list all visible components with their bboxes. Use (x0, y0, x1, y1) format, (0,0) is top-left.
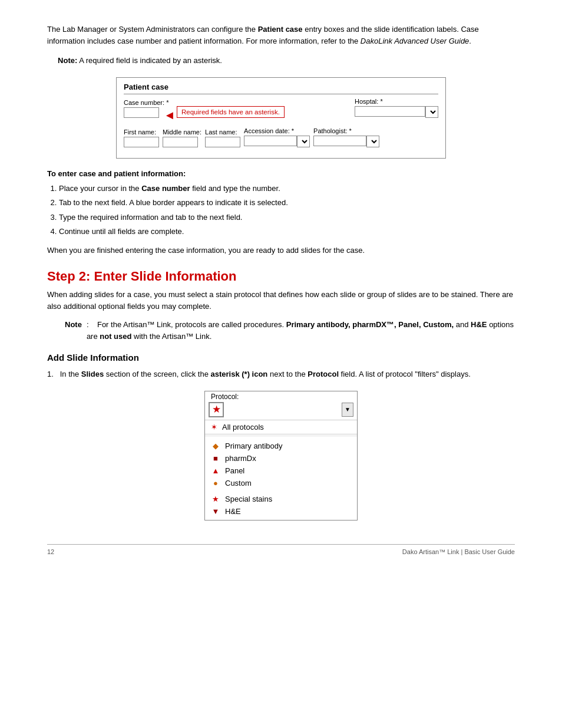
patient-case-row1: Case number: * ◄ Required fields have an… (124, 98, 438, 118)
enter-case-heading-text: To enter case and patient information: (47, 169, 186, 178)
protocol-items-list: ◆ Primary antibody ■ pharmDx ▲ Panel ● C… (205, 437, 357, 520)
tooltip-callout: Required fields have an asterisk. (177, 106, 285, 118)
accession-date-input[interactable] (244, 136, 297, 146)
protocol-item-special-stains[interactable]: ★ Special stains (205, 493, 357, 505)
accession-date-label: Accession date: * (244, 127, 310, 134)
hne-label: H&E (225, 507, 241, 516)
step2-note: Note : For the Artisan™ Link, protocols … (65, 319, 515, 342)
protocol-divider1 (205, 436, 357, 436)
protocol-label: Protocol: (205, 391, 357, 401)
page-footer: 12 Dako Artisan™ Link | Basic User Guide (47, 544, 515, 555)
patient-case-box: Patient case Case number: * ◄ Required f… (116, 77, 446, 159)
custom-icon: ● (211, 479, 220, 487)
case-number-label: Case number: * (124, 99, 168, 106)
pharmdx-label: pharmDx (225, 454, 256, 463)
last-name-group: Last name: (205, 129, 240, 147)
protocol-box: Protocol: ★ ▼ ✶ All protocols ◆ Primary … (204, 391, 358, 521)
pathologist-select[interactable] (366, 136, 379, 147)
first-name-input[interactable] (124, 137, 159, 147)
pathologist-group: Pathologist: * (313, 127, 379, 147)
all-protocols-icon: ✶ (211, 423, 217, 431)
intro-text1: The Lab Manager or System Administrators… (47, 25, 258, 34)
protocol-dropdown-button[interactable]: ▼ (342, 403, 353, 417)
step-4: Continue until all fields are complete. (59, 226, 515, 238)
middle-name-label: Middle name: (163, 129, 201, 136)
intro-bold1: Patient case (258, 25, 303, 34)
add-slide-heading: Add Slide Information (47, 353, 515, 363)
protocol-item-pharmdx[interactable]: ■ pharmDx (205, 452, 357, 465)
protocol-item-custom[interactable]: ● Custom (205, 477, 357, 489)
protocol-item-panel[interactable]: ▲ Panel (205, 465, 357, 477)
protocol-header-row: ★ ▼ (205, 401, 357, 420)
footer-page: 12 (47, 548, 54, 555)
protocol-container: Protocol: ★ ▼ ✶ All protocols ◆ Primary … (47, 391, 515, 521)
hospital-select[interactable] (425, 106, 438, 118)
steps-list: Place your cursor in the Case number fie… (59, 183, 515, 238)
primary-antibody-label: Primary antibody (225, 442, 283, 450)
hospital-input[interactable] (355, 106, 425, 117)
protocol-item-hne[interactable]: ▼ H&E (205, 505, 357, 518)
last-name-input[interactable] (205, 137, 240, 147)
primary-antibody-icon: ◆ (211, 442, 220, 450)
special-stains-icon: ★ (211, 495, 220, 503)
step-2: Tab to the next field. A blue border app… (59, 197, 515, 209)
custom-label: Custom (225, 479, 252, 487)
hospital-label: Hosptal: * (355, 98, 438, 105)
protocol-star-button[interactable]: ★ (209, 402, 224, 417)
step2-note-label: Note (65, 319, 82, 342)
pathologist-label: Pathologist: * (313, 127, 379, 134)
protocol-item-primary-antibody[interactable]: ◆ Primary antibody (205, 440, 357, 452)
note1-text: A required field is indicated by an aste… (77, 56, 222, 65)
intro-italic1: DakoLink Advanced User Guide (361, 37, 470, 45)
intro-text3: . (469, 37, 471, 45)
step2-heading: Step 2: Enter Slide Information (47, 269, 515, 284)
middle-name-input[interactable] (163, 137, 198, 147)
patient-case-container: Patient case Case number: * ◄ Required f… (47, 77, 515, 159)
pharmdx-icon: ■ (211, 454, 220, 463)
first-name-label: First name: (124, 129, 159, 136)
after-steps-text: When you are finished entering the case … (47, 245, 515, 256)
hospital-group: Hosptal: * (355, 98, 438, 118)
panel-icon: ▲ (211, 466, 220, 475)
accession-date-select[interactable] (297, 136, 310, 147)
footer-right: Dako Artisan™ Link | Basic User Guide (402, 548, 515, 555)
red-arrow-indicator: ◄ (164, 108, 176, 122)
hne-icon: ▼ (211, 507, 220, 516)
enter-case-heading: To enter case and patient information: (47, 169, 515, 178)
accession-date-group: Accession date: * (244, 127, 310, 147)
patient-case-title: Patient case (124, 83, 438, 94)
step2-intro: When adding slides for a case, you must … (47, 289, 515, 312)
intro-paragraph: The Lab Manager or System Administrators… (47, 24, 515, 47)
last-name-label: Last name: (205, 129, 240, 136)
middle-name-group: Middle name: (163, 129, 201, 147)
case-number-input[interactable] (124, 107, 159, 118)
add-slide-step1: 1. In the Slides section of the screen, … (47, 368, 515, 380)
case-number-group: Case number: * (124, 99, 168, 118)
step2-note-text: : For the Artisan™ Link, protocols are c… (87, 319, 515, 342)
protocol-all-protocols[interactable]: ✶ All protocols (205, 420, 357, 434)
note1-label: Note: (58, 56, 77, 65)
first-name-group: First name: (124, 129, 159, 147)
pathologist-input[interactable] (313, 136, 366, 146)
special-stains-label: Special stains (225, 495, 272, 503)
panel-label: Panel (225, 466, 244, 475)
step-3: Type the required information and tab to… (59, 212, 515, 223)
note1: Note: A required field is indicated by a… (47, 55, 515, 67)
step-1: Place your cursor in the Case number fie… (59, 183, 515, 195)
all-protocols-label: All protocols (222, 423, 264, 431)
patient-case-row2: First name: Middle name: Last name: Acce… (124, 127, 438, 147)
